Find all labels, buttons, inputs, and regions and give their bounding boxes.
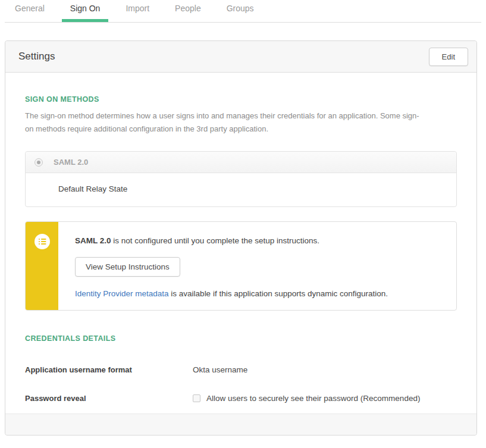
view-setup-instructions-button[interactable]: View Setup Instructions (75, 257, 180, 277)
bulleted-list-icon (35, 234, 50, 252)
setup-callout-message-rest: is not configured until you complete the… (111, 236, 319, 245)
saml-method-name: SAML 2.0 (54, 158, 88, 167)
credentials-row-username-format: Application username format Okta usernam… (25, 365, 457, 374)
settings-panel: Settings Edit SIGN ON METHODS The sign-o… (5, 40, 477, 436)
idp-metadata-line-rest: is available if this application support… (169, 289, 388, 298)
app-tab-bar: General Sign On Import People Groups (5, 0, 481, 23)
idp-metadata-line: Identity Provider metadata is available … (75, 289, 444, 298)
password-reveal-checkbox[interactable] (193, 394, 200, 402)
page-title: Settings (18, 51, 55, 62)
tab-groups[interactable]: Groups (218, 0, 262, 22)
description-line-1: The sign-on method determines how a user… (25, 109, 457, 123)
saml-method-body: Default Relay State (26, 173, 456, 206)
sign-on-methods-heading: SIGN ON METHODS (25, 95, 457, 104)
tab-sign-on[interactable]: Sign On (62, 0, 109, 22)
saml-method-box: SAML 2.0 Default Relay State (25, 151, 457, 207)
application-username-format-label: Application username format (25, 365, 193, 374)
application-username-format-value: Okta username (193, 365, 247, 374)
edit-button[interactable]: Edit (429, 48, 468, 66)
description-line-2: on methods require additional configurat… (25, 123, 457, 136)
password-reveal-label: Password reveal (25, 394, 193, 403)
tab-import[interactable]: Import (117, 0, 158, 22)
credentials-row-password-reveal: Password reveal Allow users to securely … (25, 394, 457, 403)
setup-callout-message-bold: SAML 2.0 (75, 236, 111, 245)
tab-general[interactable]: General (7, 0, 53, 22)
settings-panel-footer (5, 413, 476, 435)
setup-callout-bar (26, 222, 58, 310)
setup-callout-message: SAML 2.0 is not configured until you com… (75, 236, 444, 245)
settings-panel-header: Settings Edit (5, 41, 476, 73)
password-reveal-checkbox-wrap: Allow users to securely see their passwo… (193, 394, 420, 403)
password-reveal-checkbox-label: Allow users to securely see their passwo… (206, 394, 420, 403)
sign-on-methods-description: The sign-on method determines how a user… (25, 109, 457, 136)
tab-people[interactable]: People (167, 0, 209, 22)
default-relay-state-label: Default Relay State (58, 184, 127, 193)
identity-provider-metadata-link[interactable]: Identity Provider metadata (75, 289, 169, 298)
setup-callout-content: SAML 2.0 is not configured until you com… (58, 222, 456, 310)
settings-panel-body: SIGN ON METHODS The sign-on method deter… (5, 73, 476, 413)
saml-method-header: SAML 2.0 (26, 152, 456, 173)
setup-callout: SAML 2.0 is not configured until you com… (25, 221, 457, 311)
credentials-details-heading: CREDENTIALS DETAILS (25, 334, 457, 343)
saml-radio-button[interactable] (35, 158, 43, 167)
